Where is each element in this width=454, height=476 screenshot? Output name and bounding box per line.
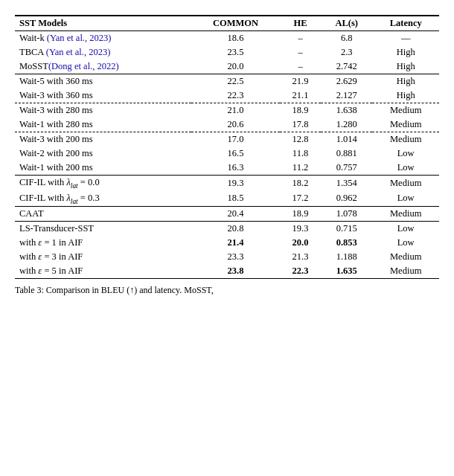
model-name-cell: Wait-k (Yan et al., 2023) bbox=[15, 31, 191, 46]
al-cell: 1.638 bbox=[321, 103, 372, 118]
he-cell: 18.9 bbox=[280, 103, 321, 118]
table-header-row: SST Models COMMON HE AL(s) Latency bbox=[15, 16, 439, 31]
table-row: Wait-3 with 200 ms17.012.81.014Medium bbox=[15, 132, 439, 147]
he-cell: 17.2 bbox=[280, 191, 321, 207]
al-cell: 2.742 bbox=[321, 60, 372, 74]
he-cell: 11.8 bbox=[280, 147, 321, 161]
he-cell: – bbox=[280, 45, 321, 60]
col-header-al: AL(s) bbox=[321, 16, 372, 31]
model-name-cell: CAAT bbox=[15, 207, 191, 222]
latency-cell: Low bbox=[372, 222, 439, 237]
latency-cell: Medium bbox=[372, 207, 439, 222]
common-cell: 23.3 bbox=[191, 250, 280, 264]
al-cell: 2.3 bbox=[321, 45, 372, 60]
table-row: LS-Transducer-SST20.819.30.715Low bbox=[15, 222, 439, 237]
he-cell: 21.3 bbox=[280, 250, 321, 264]
he-cell: 22.3 bbox=[280, 264, 321, 279]
latency-cell: High bbox=[372, 89, 439, 103]
he-cell: – bbox=[280, 31, 321, 46]
common-cell: 23.8 bbox=[191, 264, 280, 279]
common-cell: 21.4 bbox=[191, 236, 280, 250]
common-cell: 22.3 bbox=[191, 89, 280, 103]
he-cell: 21.1 bbox=[280, 89, 321, 103]
table-row: CAAT20.418.91.078Medium bbox=[15, 207, 439, 222]
common-cell: 23.5 bbox=[191, 45, 280, 60]
model-name-cell: CIF-IL with λlat = 0.3 bbox=[15, 191, 191, 207]
al-cell: 6.8 bbox=[321, 31, 372, 46]
model-name-cell: LS-Transducer-SST bbox=[15, 222, 191, 237]
table-row: with ε = 3 in AIF23.321.31.188Medium bbox=[15, 250, 439, 264]
col-header-he: HE bbox=[280, 16, 321, 31]
col-header-common: COMMON bbox=[191, 16, 280, 31]
latency-cell: Low bbox=[372, 161, 439, 176]
common-cell: 20.0 bbox=[191, 60, 280, 74]
common-cell: 21.0 bbox=[191, 103, 280, 118]
al-cell: 1.078 bbox=[321, 207, 372, 222]
common-cell: 16.3 bbox=[191, 161, 280, 176]
latency-cell: Medium bbox=[372, 264, 439, 279]
latency-cell: Low bbox=[372, 236, 439, 250]
model-name-cell: with ε = 5 in AIF bbox=[15, 264, 191, 279]
he-cell: 11.2 bbox=[280, 161, 321, 176]
common-cell: 20.6 bbox=[191, 118, 280, 132]
col-header-latency: Latency bbox=[372, 16, 439, 31]
table-row: CIF-IL with λlat = 0.318.517.20.962Low bbox=[15, 191, 439, 207]
model-name-cell: with ε = 1 in AIF bbox=[15, 236, 191, 250]
latency-cell: High bbox=[372, 60, 439, 74]
he-cell: 17.8 bbox=[280, 118, 321, 132]
model-name-cell: with ε = 3 in AIF bbox=[15, 250, 191, 264]
al-cell: 0.757 bbox=[321, 161, 372, 176]
he-cell: 19.3 bbox=[280, 222, 321, 237]
table-caption: Table 3: Comparison in BLEU (↑) and late… bbox=[15, 285, 439, 296]
table-row: with ε = 5 in AIF23.822.31.635Medium bbox=[15, 264, 439, 279]
common-cell: 19.3 bbox=[191, 176, 280, 191]
table-row: CIF-IL with λlat = 0.019.318.21.354Mediu… bbox=[15, 176, 439, 191]
table-row: Wait-5 with 360 ms22.521.92.629High bbox=[15, 74, 439, 89]
latency-cell: High bbox=[372, 74, 439, 89]
common-cell: 22.5 bbox=[191, 74, 280, 89]
al-cell: 2.127 bbox=[321, 89, 372, 103]
table-row: Wait-1 with 200 ms16.311.20.757Low bbox=[15, 161, 439, 176]
al-cell: 0.881 bbox=[321, 147, 372, 161]
common-cell: 18.5 bbox=[191, 191, 280, 207]
model-name-cell: Wait-2 with 200 ms bbox=[15, 147, 191, 161]
al-cell: 0.853 bbox=[321, 236, 372, 250]
table-row: Wait-3 with 280 ms21.018.91.638Medium bbox=[15, 103, 439, 118]
table-row: Wait-k (Yan et al., 2023)18.6–6.8— bbox=[15, 31, 439, 46]
model-name-cell: Wait-1 with 200 ms bbox=[15, 161, 191, 176]
al-cell: 0.962 bbox=[321, 191, 372, 207]
table-row: Wait-1 with 280 ms20.617.81.280Medium bbox=[15, 118, 439, 132]
he-cell: 21.9 bbox=[280, 74, 321, 89]
al-cell: 1.280 bbox=[321, 118, 372, 132]
common-cell: 20.4 bbox=[191, 207, 280, 222]
he-cell: 20.0 bbox=[280, 236, 321, 250]
latency-cell: Low bbox=[372, 191, 439, 207]
he-cell: 18.2 bbox=[280, 176, 321, 191]
al-cell: 1.014 bbox=[321, 132, 372, 147]
model-name-cell: TBCA (Yan et al., 2023) bbox=[15, 45, 191, 60]
al-cell: 0.715 bbox=[321, 222, 372, 237]
model-name-cell: CIF-IL with λlat = 0.0 bbox=[15, 176, 191, 191]
common-cell: 18.6 bbox=[191, 31, 280, 46]
latency-cell: Medium bbox=[372, 118, 439, 132]
latency-cell: Medium bbox=[372, 103, 439, 118]
model-name-cell: Wait-5 with 360 ms bbox=[15, 74, 191, 89]
model-name-cell: Wait-3 with 280 ms bbox=[15, 103, 191, 118]
he-cell: 18.9 bbox=[280, 207, 321, 222]
results-table: SST Models COMMON HE AL(s) Latency Wait-… bbox=[15, 15, 439, 279]
al-cell: 1.188 bbox=[321, 250, 372, 264]
model-name-cell: Wait-3 with 360 ms bbox=[15, 89, 191, 103]
al-cell: 2.629 bbox=[321, 74, 372, 89]
latency-cell: Low bbox=[372, 147, 439, 161]
latency-cell: Medium bbox=[372, 250, 439, 264]
table-row: TBCA (Yan et al., 2023)23.5–2.3High bbox=[15, 45, 439, 60]
latency-cell: — bbox=[372, 31, 439, 46]
al-cell: 1.635 bbox=[321, 264, 372, 279]
table-row: with ε = 1 in AIF21.420.00.853Low bbox=[15, 236, 439, 250]
al-cell: 1.354 bbox=[321, 176, 372, 191]
latency-cell: Medium bbox=[372, 176, 439, 191]
table-row: MoSST(Dong et al., 2022)20.0–2.742High bbox=[15, 60, 439, 74]
he-cell: – bbox=[280, 60, 321, 74]
common-cell: 17.0 bbox=[191, 132, 280, 147]
model-name-cell: Wait-1 with 280 ms bbox=[15, 118, 191, 132]
